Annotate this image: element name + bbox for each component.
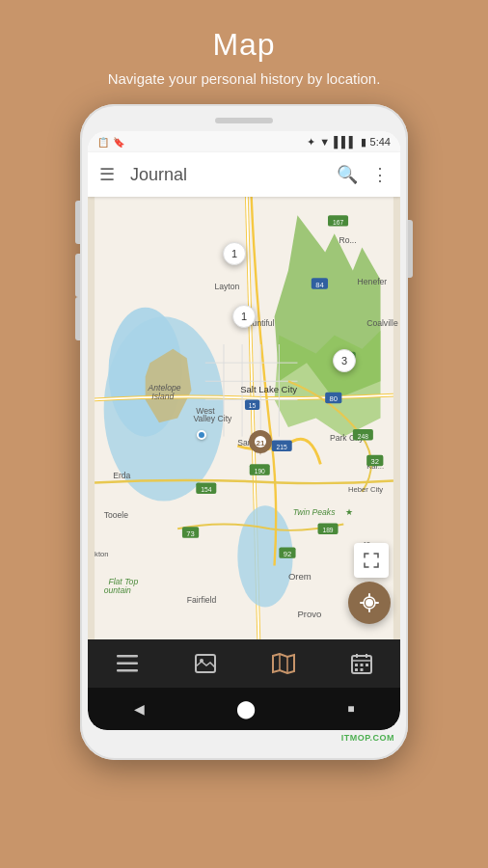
- page-title: Map: [108, 27, 381, 63]
- marker-blue: [197, 430, 206, 440]
- nav-item-gallery[interactable]: [166, 639, 244, 688]
- watermark: ITMOP.COM: [341, 733, 394, 743]
- svg-text:92: 92: [284, 550, 292, 558]
- svg-text:84: 84: [315, 281, 324, 289]
- svg-rect-81: [360, 664, 363, 666]
- svg-text:★: ★: [345, 507, 353, 517]
- marker-1[interactable]: 1: [223, 242, 246, 265]
- svg-rect-80: [355, 664, 358, 666]
- svg-text:Tooele: Tooele: [104, 510, 129, 520]
- svg-text:190: 190: [255, 468, 265, 475]
- svg-text:Heber City: Heber City: [348, 485, 383, 494]
- svg-rect-71: [117, 669, 138, 672]
- marker-2[interactable]: 1: [232, 305, 256, 328]
- map-container[interactable]: Antelope Island Salt Lake City West Vall…: [88, 197, 400, 639]
- home-button[interactable]: ⬤: [236, 698, 256, 719]
- bookmark-icon: 🔖: [113, 137, 124, 148]
- bottom-nav: [88, 639, 400, 688]
- recents-button[interactable]: ■: [347, 702, 354, 716]
- svg-rect-69: [117, 655, 138, 658]
- more-icon[interactable]: ⋮: [371, 164, 389, 185]
- svg-text:80: 80: [330, 394, 339, 403]
- svg-text:15: 15: [249, 402, 257, 409]
- wifi-icon: ▼: [319, 136, 330, 148]
- notification-icon: 📋: [97, 137, 109, 148]
- svg-text:167: 167: [333, 219, 343, 226]
- svg-text:Antelope: Antelope: [148, 383, 181, 393]
- svg-text:Henefer: Henefer: [358, 277, 388, 286]
- svg-text:Valley City: Valley City: [193, 414, 232, 423]
- back-button[interactable]: ◀: [134, 701, 145, 717]
- svg-text:Twin Peaks: Twin Peaks: [293, 507, 336, 517]
- nav-item-map[interactable]: [244, 639, 322, 688]
- svg-text:Ro...: Ro...: [339, 235, 356, 245]
- svg-text:215: 215: [277, 444, 287, 450]
- svg-text:Orem: Orem: [288, 571, 312, 582]
- phone-screen: 📋 🔖 ✦ ▼ ▌▌▌ ▮ 5:44 ☰ Journal 🔍 ⋮: [88, 131, 400, 730]
- status-bar: 📋 🔖 ✦ ▼ ▌▌▌ ▮ 5:44: [88, 131, 400, 152]
- app-bar-title: Journal: [130, 165, 337, 185]
- expand-button[interactable]: [354, 543, 389, 578]
- svg-rect-83: [355, 668, 358, 671]
- nav-item-menu[interactable]: [88, 639, 166, 688]
- svg-rect-70: [117, 663, 138, 665]
- svg-text:32: 32: [371, 457, 380, 466]
- battery-icon: ▮: [361, 136, 366, 149]
- search-icon[interactable]: 🔍: [337, 164, 358, 185]
- status-left-icons: 📋 🔖: [97, 137, 124, 148]
- svg-point-67: [366, 599, 373, 607]
- status-time: 5:44: [370, 136, 391, 148]
- app-bar-actions: 🔍 ⋮: [337, 164, 389, 185]
- svg-rect-82: [366, 664, 368, 666]
- svg-text:Flat Top: Flat Top: [108, 577, 138, 586]
- marker-3[interactable]: 3: [333, 349, 356, 372]
- bluetooth-icon: ✦: [307, 136, 315, 149]
- phone-shell: 📋 🔖 ✦ ▼ ▌▌▌ ▮ 5:44 ☰ Journal 🔍 ⋮: [80, 104, 408, 760]
- svg-text:154: 154: [201, 486, 211, 493]
- svg-text:ountain: ountain: [104, 585, 131, 595]
- svg-rect-84: [360, 668, 363, 671]
- svg-text:73: 73: [186, 529, 195, 538]
- svg-text:21: 21: [257, 439, 265, 448]
- marker-4[interactable]: 21: [245, 428, 276, 459]
- location-fab[interactable]: [348, 582, 391, 624]
- signal-icon: ▌▌▌: [334, 136, 356, 148]
- svg-text:Coalville: Coalville: [366, 318, 398, 328]
- svg-text:kton: kton: [95, 550, 108, 558]
- status-right-icons: ✦ ▼ ▌▌▌ ▮ 5:44: [307, 136, 391, 149]
- svg-text:248: 248: [358, 433, 368, 440]
- svg-text:Layton: Layton: [214, 282, 239, 291]
- svg-text:Fairfield: Fairfield: [187, 595, 217, 605]
- menu-icon[interactable]: ☰: [99, 164, 115, 185]
- page-subtitle: Navigate your personal history by locati…: [108, 70, 381, 87]
- phone-speaker: [215, 118, 273, 123]
- svg-text:Provo: Provo: [297, 609, 321, 619]
- svg-text:189: 189: [322, 527, 333, 533]
- home-nav: ◀ ⬤ ■: [88, 688, 400, 730]
- page-header: Map Navigate your personal history by lo…: [89, 0, 400, 104]
- app-bar: ☰ Journal 🔍 ⋮: [88, 152, 400, 197]
- nav-item-calendar[interactable]: [322, 639, 400, 688]
- svg-text:Salt Lake City: Salt Lake City: [240, 384, 297, 394]
- svg-text:Island: Island: [151, 392, 174, 401]
- svg-text:Erda: Erda: [113, 471, 130, 480]
